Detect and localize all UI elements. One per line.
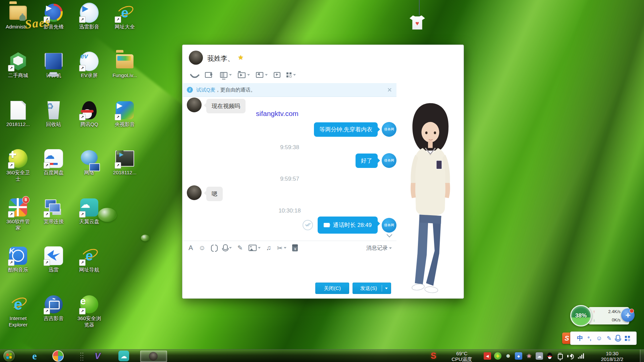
desktop-icon-360-browser[interactable]: e ↗ 360安全浏览器: [72, 295, 107, 328]
qmic-link[interactable]: 试试Q麦: [196, 87, 215, 93]
remote-desktop-button[interactable]: [255, 71, 269, 78]
desktop-icon-jiji-yingyin[interactable]: ↗ 吉吉影音: [36, 295, 71, 322]
window-shake-button[interactable]: [211, 245, 217, 251]
send-button[interactable]: 发送(S): [353, 283, 391, 294]
desktop-icon-baidu-netdisk[interactable]: ☁ ↗ 百度网盘: [36, 149, 71, 176]
power-plug-tray-icon[interactable]: [556, 352, 564, 360]
peer-avatar[interactable]: [187, 98, 202, 112]
self-avatar[interactable]: 借条网: [382, 153, 396, 168]
message-history-button[interactable]: 消息记录: [366, 245, 392, 252]
taskbar-360[interactable]: [52, 351, 64, 361]
screen-demo-button[interactable]: [219, 71, 233, 78]
start-button[interactable]: [3, 350, 15, 362]
shortcut-arrow-icon: ↗: [8, 65, 14, 71]
peer-avatar[interactable]: [187, 185, 202, 200]
scroll-to-bottom-button[interactable]: [387, 233, 392, 237]
voice-call-button[interactable]: [189, 71, 200, 79]
desktop-icon-cctv-yingyin[interactable]: ▶ ↗ 央视影音: [107, 101, 142, 128]
taskbar-clock[interactable]: 10:30 2018/12/2: [590, 351, 634, 362]
self-avatar[interactable]: 借条网: [382, 218, 396, 233]
grid-icon: [625, 336, 630, 341]
desktop-icon-ershou-shangcheng[interactable]: ↗ 二手商城: [1, 52, 36, 79]
cloud-tray-icon[interactable]: ☁: [536, 352, 543, 360]
font-button[interactable]: A: [189, 244, 193, 252]
image-icon: [249, 245, 257, 251]
delivered-check-icon: [303, 220, 313, 230]
apps-button[interactable]: [285, 72, 297, 78]
send-options-arrow[interactable]: [382, 286, 391, 291]
apps-grid-icon: [286, 72, 291, 77]
desktop-icon-wangzhi-daohang[interactable]: e ↗ 网址导航: [72, 246, 107, 273]
microphone-icon: [223, 244, 228, 250]
ime-handwriting-button[interactable]: ✎: [607, 335, 611, 342]
desktop-icon-ev-recorder[interactable]: ev ↗ EV录屏: [72, 52, 107, 79]
network-tray-icon[interactable]: [577, 352, 585, 360]
star-vip-icon[interactable]: ★: [238, 54, 244, 61]
download-speed-row: ↓ 0K/s: [593, 317, 621, 322]
close-chat-button[interactable]: 关闭(C): [315, 283, 349, 294]
send-image-button[interactable]: [249, 245, 261, 251]
ime-emoji-button[interactable]: ☺: [596, 335, 602, 342]
desktop-icon-document-2018112[interactable]: 2018112...: [1, 101, 36, 128]
desktop-icon-internet-explorer[interactable]: e Internet Explorer: [1, 295, 36, 328]
ime-voice-button[interactable]: [616, 337, 620, 340]
speaker-icon: [568, 354, 572, 358]
accelerate-button[interactable]: +: [621, 308, 635, 322]
tray-sogou-icon[interactable]: S: [431, 351, 436, 361]
desktop-icon-kugou-music[interactable]: K ↗ 酷狗音乐: [1, 246, 36, 273]
360-tray-icon[interactable]: ✚: [494, 352, 501, 360]
show-desktop-button[interactable]: [640, 350, 644, 362]
video-camera-icon: [205, 72, 212, 78]
create-group-button[interactable]: [272, 71, 282, 78]
taskbar-player[interactable]: V: [92, 351, 103, 361]
desktop-icon-360-software-manager[interactable]: 8 ↗ 360软件管家: [1, 198, 36, 231]
emoji-button[interactable]: ☺: [199, 244, 205, 252]
handwriting-button[interactable]: ✎: [237, 244, 243, 252]
message-input[interactable]: [183, 255, 396, 282]
qq-show-panel: [397, 45, 464, 298]
voice-message-button[interactable]: [223, 246, 232, 250]
user-tray-icon[interactable]: ☻: [504, 352, 512, 360]
announcement-icon[interactable]: ◀: [484, 352, 491, 360]
taskbar-tianyi-cloud[interactable]: ☁: [118, 351, 129, 361]
desktop-icon-video-2018112[interactable]: ▶ ↗ 2018112...: [107, 149, 142, 176]
ime-toolbox-button[interactable]: [625, 336, 630, 341]
network-speed-panel[interactable]: ↑ 2.4K/s ↓ 0K/s +: [588, 307, 629, 324]
message-row-peer: 嗯: [183, 185, 400, 201]
shortcut-arrow-icon: ↗: [115, 114, 121, 120]
chevron-down-icon: [247, 74, 250, 77]
notice-close-icon[interactable]: [387, 87, 392, 92]
ime-language-button[interactable]: 中: [577, 334, 583, 342]
screenshot-button[interactable]: ✂: [277, 244, 287, 252]
desktop-icon-wangzhi-daquan[interactable]: e ↗ 网址大全: [107, 3, 142, 30]
self-avatar[interactable]: 借条网: [382, 122, 396, 137]
desktop-icon-fungolive[interactable]: FungoLiv...: [107, 52, 142, 79]
memory-ball[interactable]: 38%: [570, 305, 592, 326]
qq-tray-icon[interactable]: [546, 352, 553, 360]
qq-show-girl[interactable]: [400, 99, 461, 296]
notification-dot: [630, 309, 634, 313]
red-packet-button[interactable]: ¥: [292, 244, 298, 251]
desktop-screen: ♥ Saes Administr... ▶ ↗ 影音先锋 ▶ ↗ 迅雷影音 e …: [0, 0, 644, 362]
ime-punctuation-button[interactable]: °,: [588, 336, 592, 341]
flower-tray-icon[interactable]: ❀: [525, 352, 533, 360]
taskbar-active-chat-task[interactable]: [140, 351, 167, 362]
peer-avatar[interactable]: [189, 51, 203, 65]
blue-app-tray-icon[interactable]: ◆: [515, 352, 522, 360]
desktop-icon-network[interactable]: 网络: [72, 149, 107, 176]
desktop-icon-tianyi-cloud[interactable]: ☁ ↗ 天翼云盘: [72, 198, 107, 225]
desktop-icon-broadband-connection[interactable]: ↗ 宽带连接: [36, 198, 71, 225]
music-button[interactable]: ♫: [266, 244, 271, 252]
volume-tray-icon[interactable]: [567, 352, 574, 360]
video-call-button[interactable]: [204, 71, 215, 78]
taskbar-ie[interactable]: e: [29, 351, 40, 361]
send-file-button[interactable]: [236, 71, 251, 79]
add-chat-icon: [274, 72, 280, 78]
desktop-icon-recycle-bin[interactable]: ♻ 回收站: [36, 101, 71, 128]
desktop-icon-360-safe[interactable]: ✚ ↗ 360安全卫士: [1, 149, 36, 182]
desktop-icon-tencent-qq[interactable]: ↗ 腾讯QQ: [72, 101, 107, 128]
desktop-icon-computer[interactable]: 计算机: [36, 52, 71, 79]
desktop-icon-xunlei[interactable]: ↗ 迅雷: [36, 246, 71, 273]
desktop-icon-xunlei-yingyin[interactable]: ▶ ↗ 迅雷影音: [72, 3, 107, 30]
call-record-bubble[interactable]: 通话时长 28:49: [318, 217, 378, 234]
